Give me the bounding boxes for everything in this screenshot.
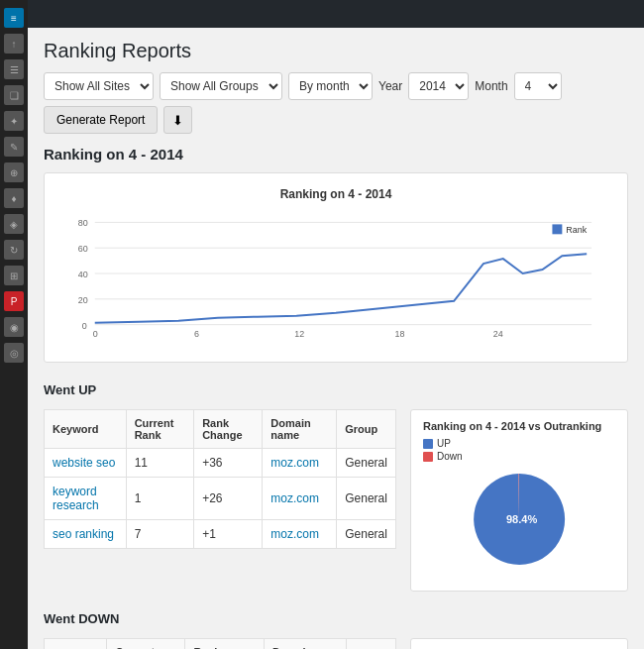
- legend-up-dot: [423, 439, 433, 449]
- svg-text:24: 24: [493, 329, 503, 339]
- sidebar-icon-pinterest[interactable]: P: [4, 291, 24, 311]
- page-title: Ranking Reports: [44, 40, 628, 62]
- year-select[interactable]: 2014 2013: [408, 72, 469, 100]
- went-down-table-col: Keyword Current Rank Rank Change Domain …: [44, 638, 396, 649]
- svg-text:0: 0: [93, 329, 98, 339]
- cell-change: +36: [194, 449, 263, 478]
- pie-up-svg: 98.4%: [455, 468, 584, 577]
- sidebar-icon-arrow[interactable]: ↑: [4, 34, 24, 54]
- svg-text:18: 18: [395, 329, 405, 339]
- col-current-rank-down: Current Rank: [107, 639, 185, 650]
- pie-up-col: Ranking on 4 - 2014 vs Outranking UP Dow…: [410, 409, 628, 592]
- sidebar-icon-diamond[interactable]: ♦: [4, 188, 24, 208]
- sidebar-icon-menu[interactable]: ☰: [4, 59, 24, 79]
- period-select[interactable]: By month By week By day: [288, 72, 373, 100]
- went-up-section: Went UP Keyword Current Rank Rank Change…: [44, 377, 628, 592]
- cell-group: General: [337, 449, 396, 478]
- col-keyword-up: Keyword: [45, 410, 127, 449]
- svg-text:40: 40: [78, 270, 88, 279]
- cell-keyword: seo ranking: [45, 520, 127, 549]
- svg-text:6: 6: [194, 329, 199, 339]
- main-wrap: Ranking Reports Show All Sites Show All …: [28, 0, 644, 649]
- rank-line: [95, 254, 587, 323]
- cell-domain: moz.com: [263, 449, 337, 478]
- went-down-section: Went DOWN Keyword Current Rank Rank Chan…: [44, 605, 628, 649]
- sidebar-icon-add[interactable]: ⊕: [4, 162, 24, 182]
- month-label: Month: [475, 79, 507, 93]
- pie-up-percent-label: 98.4%: [506, 513, 537, 525]
- pie-summary-card: Ranking on 4 - 2014 summary in top 3 in …: [410, 638, 628, 649]
- chart-container: 80 60 40 20 0 0 6 12 18 24: [60, 209, 611, 348]
- pie-summary-col: Ranking on 4 - 2014 summary in top 3 in …: [410, 638, 628, 649]
- went-up-table-col: Keyword Current Rank Rank Change Domain …: [44, 409, 396, 592]
- cell-domain: moz.com: [263, 478, 337, 520]
- col-keyword-down: Keyword: [45, 639, 107, 650]
- svg-rect-15: [552, 224, 562, 234]
- cell-rank: 11: [126, 449, 194, 478]
- legend-down-dot: [423, 452, 433, 462]
- site-select[interactable]: Show All Sites: [44, 72, 154, 100]
- went-down-two-col: Keyword Current Rank Rank Change Domain …: [44, 638, 628, 649]
- line-chart-svg: 80 60 40 20 0 0 6 12 18 24: [60, 209, 611, 348]
- col-rank-change-down: Rank Change: [185, 639, 265, 650]
- col-rank-change-up: Rank Change: [194, 410, 263, 449]
- went-up-header-row: Keyword Current Rank Rank Change Domain …: [45, 410, 396, 449]
- pie-up-card: Ranking on 4 - 2014 vs Outranking UP Dow…: [410, 409, 628, 592]
- month-select[interactable]: 4 123 567 8910 1112: [514, 72, 562, 100]
- cell-change: +1: [194, 520, 263, 549]
- legend-down-label: Down: [437, 451, 463, 462]
- sidebar-icon-home[interactable]: ≡: [4, 8, 24, 28]
- table-row: keyword research 1 +26 moz.com General: [45, 478, 396, 520]
- col-group-down: Group: [346, 639, 395, 650]
- went-up-table: Keyword Current Rank Rank Change Domain …: [44, 409, 396, 549]
- col-group-up: Group: [337, 410, 396, 449]
- sidebar-icon-grid[interactable]: ⊞: [4, 266, 24, 285]
- sidebar-icon-pages[interactable]: ❏: [4, 85, 24, 105]
- report-section-title: Ranking on 4 - 2014: [44, 146, 628, 162]
- legend-up-label: UP: [437, 438, 451, 449]
- sidebar-icon-edit[interactable]: ✎: [4, 137, 24, 157]
- svg-text:0: 0: [82, 321, 87, 331]
- went-down-header-row: Keyword Current Rank Rank Change Domain …: [45, 639, 396, 650]
- legend-up-item: UP: [423, 438, 615, 449]
- cell-rank: 7: [126, 520, 194, 549]
- sidebar-icon-user[interactable]: ◈: [4, 214, 24, 234]
- cell-group: General: [337, 520, 396, 549]
- pie-up-legend: UP Down: [423, 438, 615, 462]
- cell-keyword: website seo: [45, 449, 127, 478]
- col-current-rank-up: Current Rank: [126, 410, 194, 449]
- top-bar: [28, 0, 644, 28]
- sidebar-icon-tools[interactable]: ↻: [4, 240, 24, 260]
- went-down-title: Went DOWN: [44, 605, 628, 630]
- svg-text:80: 80: [78, 218, 88, 228]
- download-button[interactable]: ⬇: [163, 106, 192, 134]
- svg-text:20: 20: [78, 295, 88, 305]
- chart-title: Ranking on 4 - 2014: [60, 187, 611, 201]
- cell-rank: 1: [126, 478, 194, 520]
- sidebar-icon-ring[interactable]: ◎: [4, 343, 24, 363]
- year-label: Year: [378, 79, 402, 93]
- went-up-two-col: Keyword Current Rank Rank Change Domain …: [44, 409, 628, 592]
- content-area: Ranking Reports Show All Sites Show All …: [28, 28, 644, 649]
- went-up-title: Went UP: [44, 377, 628, 401]
- svg-text:12: 12: [294, 329, 304, 339]
- col-domain-up: Domain name: [263, 410, 337, 449]
- sidebar-icon-circle[interactable]: ◉: [4, 317, 24, 337]
- sidebar-icon-star[interactable]: ✦: [4, 111, 24, 131]
- toolbar: Show All Sites Show All Groups By month …: [44, 72, 628, 134]
- group-select[interactable]: Show All Groups: [160, 72, 282, 100]
- generate-button[interactable]: Generate Report: [44, 106, 158, 134]
- cell-group: General: [337, 478, 396, 520]
- sidebar: ≡ ↑ ☰ ❏ ✦ ✎ ⊕ ♦ ◈ ↻ ⊞ P ◉ ◎: [0, 0, 28, 649]
- table-row: seo ranking 7 +1 moz.com General: [45, 520, 396, 549]
- chart-card: Ranking on 4 - 2014 80 60 40 20 0: [44, 172, 628, 363]
- cell-keyword: keyword research: [45, 478, 127, 520]
- went-down-table: Keyword Current Rank Rank Change Domain …: [44, 638, 396, 649]
- pie-up-title: Ranking on 4 - 2014 vs Outranking: [423, 420, 615, 432]
- table-row: website seo 11 +36 moz.com General: [45, 449, 396, 478]
- svg-text:60: 60: [78, 244, 88, 254]
- cell-domain: moz.com: [263, 520, 337, 549]
- col-domain-down: Domain name: [264, 639, 346, 650]
- cell-change: +26: [194, 478, 263, 520]
- legend-down-item: Down: [423, 451, 615, 462]
